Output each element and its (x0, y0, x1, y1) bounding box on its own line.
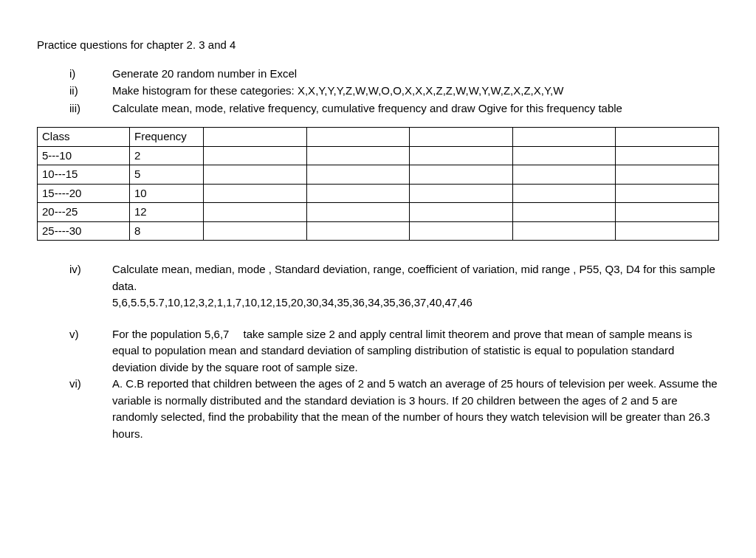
list-text: Calculate mean, mode, relative frequency… (112, 100, 719, 117)
table-empty-cell (512, 221, 616, 241)
table-cell: 25----30 (38, 221, 130, 241)
table-empty-cell (616, 128, 719, 147)
table-empty-cell (204, 165, 307, 185)
list-number: iv) (69, 261, 112, 311)
table-empty-cell (512, 146, 616, 165)
list-text: Generate 20 random number in Excel (112, 66, 719, 83)
table-cell: 20---25 (38, 203, 130, 222)
table-cell: 5 (130, 165, 204, 185)
list-number: iii) (69, 100, 112, 117)
list-text: For the population 5,6,7 take sample siz… (112, 326, 719, 376)
table-empty-cell (306, 128, 410, 147)
table-row: 15----20 10 (38, 184, 719, 203)
list-item: vi) A. C.B reported that children betwee… (69, 376, 719, 442)
table-empty-cell (512, 184, 616, 203)
table-empty-cell (410, 184, 513, 203)
table-header-row: Class Frequency (38, 128, 719, 147)
table-empty-cell (410, 203, 513, 222)
table-cell: 15----20 (38, 184, 130, 203)
table-empty-cell (306, 184, 410, 203)
table-empty-cell (512, 165, 616, 185)
table-row: 20---25 12 (38, 203, 719, 222)
table-empty-cell (204, 203, 307, 222)
table-empty-cell (410, 165, 513, 185)
list-item: i) Generate 20 random number in Excel (69, 66, 719, 83)
table-empty-cell (204, 128, 307, 147)
list-text: A. C.B reported that children between th… (112, 376, 719, 442)
table-row: 5---10 2 (38, 146, 719, 165)
frequency-table: Class Frequency 5---10 2 10---15 5 15---… (37, 127, 719, 241)
table-cell: 2 (130, 146, 204, 165)
table-cell: 5---10 (38, 146, 130, 165)
table-header-cell: Frequency (130, 128, 204, 147)
table-empty-cell (410, 221, 513, 241)
table-cell: 12 (130, 203, 204, 222)
table-empty-cell (410, 128, 513, 147)
table-empty-cell (306, 146, 410, 165)
table-empty-cell (616, 221, 719, 241)
list-number: i) (69, 66, 112, 83)
page-title: Practice questions for chapter 2. 3 and … (37, 37, 719, 54)
list-text-extra: 5,6,5.5,5.7,10,12,3,2,1,1,7,10,12,15,20,… (112, 296, 472, 309)
list-number: ii) (69, 83, 112, 100)
list-number: v) (69, 326, 112, 376)
list-text: Calculate mean, median, mode , Standard … (112, 261, 719, 311)
list-text: Make histogram for these categories: X,X… (112, 83, 719, 100)
list-item: v) For the population 5,6,7 take sample … (69, 326, 719, 376)
table-empty-cell (616, 184, 719, 203)
table-empty-cell (616, 146, 719, 165)
table-empty-cell (512, 128, 616, 147)
list-item: ii) Make histogram for these categories:… (69, 83, 719, 100)
table-cell: 10---15 (38, 165, 130, 185)
table-row: 10---15 5 (38, 165, 719, 185)
table-empty-cell (204, 146, 307, 165)
list-number: vi) (69, 376, 112, 442)
table-row: 25----30 8 (38, 221, 719, 241)
table-empty-cell (306, 221, 410, 241)
list-item: iv) Calculate mean, median, mode , Stand… (69, 261, 719, 311)
table-empty-cell (410, 146, 513, 165)
table-empty-cell (204, 221, 307, 241)
upper-question-list: i) Generate 20 random number in Excel ii… (69, 66, 719, 117)
table-cell: 8 (130, 221, 204, 241)
table-cell: 10 (130, 184, 204, 203)
table-empty-cell (204, 184, 307, 203)
table-header-cell: Class (38, 128, 130, 147)
table-empty-cell (616, 165, 719, 185)
list-text-line: Calculate mean, median, mode , Standard … (112, 263, 715, 292)
table-empty-cell (616, 203, 719, 222)
table-empty-cell (306, 165, 410, 185)
lower-question-list: iv) Calculate mean, median, mode , Stand… (69, 261, 719, 442)
list-item: iii) Calculate mean, mode, relative freq… (69, 100, 719, 117)
table-empty-cell (512, 203, 616, 222)
table-empty-cell (306, 203, 410, 222)
